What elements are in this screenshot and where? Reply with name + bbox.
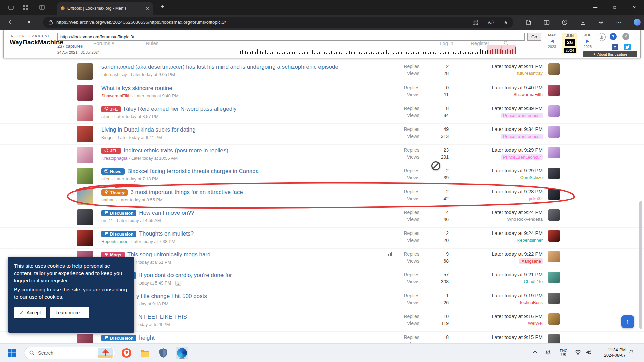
edge-app-icon[interactable] [176,347,188,359]
last-poster-link[interactable]: futureashtray [517,71,543,76]
last-poster-avatar[interactable] [548,230,560,242]
thread-title-link[interactable]: Blackcel facing terroristic threats char… [127,168,259,175]
last-poster-avatar[interactable] [548,189,560,200]
thread-author-link[interactable]: nathan [101,197,115,202]
prev-capture-arrow-icon[interactable]: ◀ [545,39,559,44]
thread-author-link[interactable]: ShawarmaFilth [101,93,131,98]
page-scrollbar-thumb[interactable] [639,201,642,329]
last-poster-link[interactable]: PrinceLuenLeoncur [501,134,543,139]
captures-link[interactable]: 237 captures [57,44,83,49]
start-button[interactable] [7,348,16,357]
thread-row[interactable]: JFL Riley Reid earned her N-word pass al… [0,103,644,123]
thread-author-link[interactable]: rin_11 [101,218,113,223]
stop-loading-icon[interactable]: ✕ [27,19,31,25]
tray-chevron-up-icon[interactable] [532,349,538,355]
thread-starter-avatar[interactable] [77,230,93,246]
last-poster-link[interactable]: Xangsane [519,258,543,264]
site-info-lock-icon[interactable] [48,20,53,25]
thread-row[interactable]: sandmaxxed (aka desertmaxxer) has lost h… [0,61,644,82]
thread-row[interactable]: Discussion How can I move on?? rin_11 · … [0,207,644,227]
read-aloud-icon[interactable]: A [488,20,494,25]
wayback-go-button[interactable]: Go [527,33,541,41]
thread-starter-avatar[interactable] [77,334,93,343]
last-post-time-link[interactable]: Later today at 9:24 PM [449,230,543,236]
last-poster-link[interactable]: jisko32 [529,196,543,201]
thread-title-link[interactable]: y title change I hit 500 posts [136,293,207,300]
thread-starter-avatar[interactable] [77,126,93,142]
thread-row[interactable]: What is kys skincare routine ShawarmaFil… [0,82,644,103]
wayback-help-icon[interactable]: ? [610,33,617,40]
thread-prefix-badge[interactable]: Discussion [101,231,136,237]
thread-prefix-badge[interactable]: JFL [101,106,121,112]
thread-title-link[interactable]: Living in Dubai kinda sucks for dating [101,126,196,133]
search-highlight-image[interactable] [98,348,113,358]
last-post-time-link[interactable]: Later today at 9:40 PM [449,85,543,90]
new-tab-button[interactable]: + [161,3,164,10]
thread-author-link[interactable]: alien [101,176,110,182]
window-minimize-button[interactable]: — [586,0,605,15]
forum-nav-forums[interactable]: Forums ▾ [93,40,114,46]
last-post-time-link[interactable]: Later today at 9:24 PM [449,209,543,215]
thread-title-link[interactable]: Thoughts on mullets? [139,230,194,237]
brave-app-icon[interactable] [120,347,133,359]
thread-author-link[interactable]: futureashtray [101,72,127,77]
thread-starter-avatar[interactable] [77,147,93,163]
last-poster-avatar[interactable] [548,63,560,75]
downloads-icon[interactable] [580,19,586,25]
thread-title-link[interactable]: This song unironically mogs hard [127,251,211,258]
window-close-button[interactable]: ✕ [625,0,644,15]
learn-more-button[interactable]: Learn more... [50,307,89,319]
last-poster-avatar[interactable] [548,168,560,179]
twitter-share-icon[interactable] [624,44,631,50]
thread-title-link[interactable]: Riley Reid earned her N-word pass allege… [123,106,236,112]
thread-author-link[interactable]: Repentsinner [101,239,127,244]
taskbar-clock[interactable]: 11:34 PM 2024-08-07 [598,347,626,358]
thread-title-link[interactable]: If you dont do cardio, you're done for [139,272,232,279]
accept-cookies-button[interactable]: ✓ Accept [14,307,47,319]
wayback-url-input[interactable] [57,33,525,41]
thread-prefix-badge[interactable]: JFL [101,148,121,154]
apps-grid-icon[interactable] [473,20,478,25]
last-post-time-link[interactable]: Later today at 9:34 PM [449,126,543,132]
thread-prefix-badge[interactable]: Theory [101,189,128,196]
tab-actions-icon[interactable] [22,4,28,10]
scroll-to-top-button[interactable]: ↑ [621,315,634,328]
last-post-time-link[interactable]: Later today at 9:15 PM [449,334,543,340]
thread-starter-avatar[interactable] [77,209,93,225]
last-poster-link[interactable]: Repentsinner [517,238,543,243]
workspaces-icon[interactable] [8,4,14,10]
wayback-logo[interactable]: INTERNET ARCHIVE WayBackMachine [10,35,63,45]
last-poster-avatar[interactable] [548,334,560,343]
wifi-icon[interactable] [575,349,581,355]
page-number-badge[interactable]: 2 [175,281,181,286]
notification-bell-icon[interactable] [628,349,634,355]
last-poster-link[interactable]: TechnoBoss [519,300,543,305]
last-poster-avatar[interactable] [548,147,560,158]
thread-prefix-badge[interactable]: News [101,168,125,175]
thread-title-link[interactable]: What is kys skincare routine [101,85,172,92]
file-explorer-app-icon[interactable] [139,347,151,359]
thread-row[interactable]: JFL Indirect ethnic traits (post more in… [0,144,644,165]
security-shield-app-icon[interactable] [157,347,170,359]
thread-row[interactable]: Discussion Thoughts on mullets? Repentsi… [0,227,644,248]
tab-close-icon[interactable]: ✕ [146,6,149,11]
last-poster-avatar[interactable] [548,209,560,221]
last-post-time-link[interactable]: Later today at 9:16 PM [449,313,543,319]
thread-author-link[interactable]: alien [101,114,110,119]
last-poster-link[interactable]: ChadL1te [524,279,543,284]
history-icon[interactable] [562,19,568,25]
thread-starter-avatar[interactable] [77,63,93,80]
about-this-capture-button[interactable]: ▼ About this capture [583,51,637,57]
last-poster-link[interactable]: WhoTookVendetta [507,217,543,222]
forum-nav-rules[interactable]: Rules [146,40,158,46]
thread-title-link[interactable]: sandmaxxed (aka desertmaxxer) has lost h… [101,64,338,70]
language-indicator[interactable]: ENGUS [558,349,569,357]
last-poster-link[interactable]: PrinceLuenLeoncur [501,154,543,160]
thread-title-link[interactable]: How can I move on?? [139,210,194,216]
thread-starter-avatar[interactable] [77,189,93,205]
extensions-icon[interactable] [526,19,532,25]
last-post-time-link[interactable]: Later today at 9:41 PM [449,63,543,69]
do-not-disturb-bell-icon[interactable] [545,349,551,355]
last-poster-avatar[interactable] [548,272,560,283]
favorites-star-icon[interactable]: ★ [504,19,508,25]
